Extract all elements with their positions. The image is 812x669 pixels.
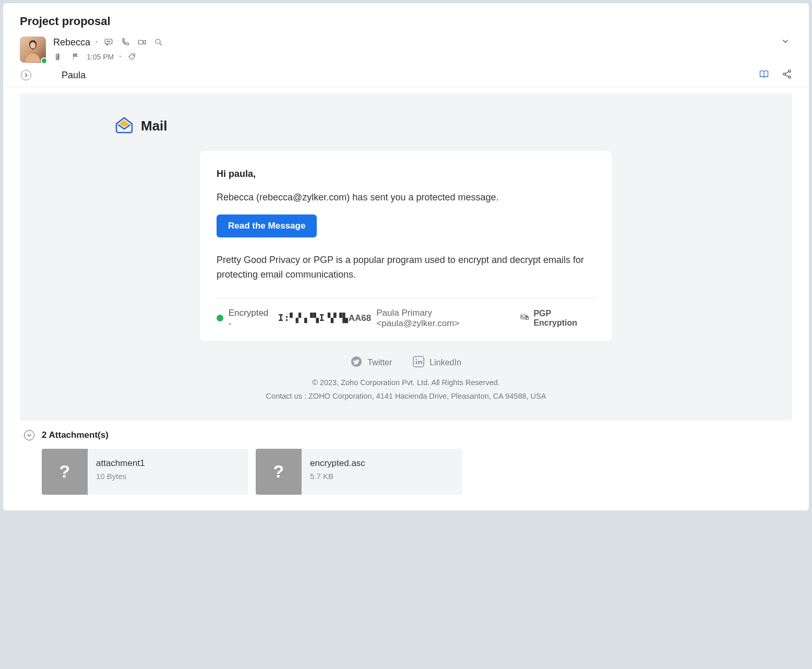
twitter-label: Twitter	[367, 358, 392, 367]
protected-message-card: Hi paula, Rebecca (rebecca@zylker.com) h…	[200, 151, 612, 341]
svg-point-6	[133, 55, 134, 56]
attachment-size: 10 Bytes	[96, 472, 145, 481]
sender-name[interactable]: Rebecca	[53, 37, 90, 48]
collapse-button[interactable]	[781, 37, 790, 48]
svg-point-1	[107, 41, 108, 42]
linkedin-icon	[413, 356, 424, 369]
twitter-link[interactable]: Twitter	[351, 356, 392, 369]
attachment-size: 5.7 KB	[310, 472, 365, 481]
attachment-name: encrypted.asc	[310, 458, 365, 469]
greeting: Hi paula,	[217, 169, 595, 180]
message-body-panel: Mail Hi paula, Rebecca (rebecca@zylker.c…	[20, 93, 792, 421]
sender-meta: Rebecca •	[3, 33, 809, 65]
phone-icon[interactable]	[120, 37, 131, 48]
attachment-icon[interactable]	[53, 51, 65, 63]
svg-rect-15	[416, 361, 417, 364]
avatar-wrap	[20, 37, 46, 63]
svg-point-3	[110, 41, 110, 42]
footer-text: © 2023, Zoho Corporation Pvt. Ltd. All R…	[20, 376, 792, 403]
divider	[217, 298, 595, 298]
subject-row: Project proposal	[3, 15, 809, 33]
footer-social: Twitter LinkedIn	[20, 356, 792, 369]
chat-icon[interactable]	[103, 37, 114, 48]
encrypted-key-obscured: I:▘▞▗▝▚I▝▞▝▙AA68	[278, 313, 371, 324]
presence-indicator	[41, 57, 47, 64]
svg-rect-10	[521, 315, 527, 319]
recipient-name[interactable]: Paula	[62, 70, 86, 81]
contact-address: Contact us : ZOHO Corporation, 4141 Haci…	[20, 389, 792, 403]
timestamp: 1:05 PM	[87, 53, 114, 61]
encryption-status-dot	[217, 315, 223, 321]
svg-point-14	[416, 359, 417, 360]
twitter-icon	[351, 356, 362, 369]
recipient-row: Paula	[3, 65, 809, 87]
svg-point-5	[156, 39, 160, 44]
attachments-header[interactable]: 2 Attachment(s)	[24, 430, 792, 440]
sent-line: Rebecca (rebecca@zylker.com) has sent yo…	[217, 192, 595, 203]
svg-point-2	[109, 41, 109, 42]
mail-brand-row: Mail	[20, 114, 792, 151]
chevron-down-icon	[24, 430, 34, 440]
email-view: Project proposal Rebecca •	[3, 3, 809, 510]
attachment-unknown-icon: ?	[256, 449, 302, 495]
mail-logo-icon	[114, 114, 135, 137]
flag-icon[interactable]	[70, 51, 81, 63]
pgp-description: Pretty Good Privacy or PGP is a popular …	[217, 253, 595, 282]
copyright: © 2023, Zoho Corporation Pvt. Ltd. All R…	[20, 376, 792, 389]
pgp-badge-label: PGP Encryption	[533, 309, 595, 328]
tag-icon[interactable]	[126, 51, 138, 63]
book-icon[interactable]	[759, 69, 769, 81]
encrypted-label: Encrypted -	[229, 308, 273, 329]
attachment-item[interactable]: ? encrypted.asc 5.7 KB	[256, 449, 462, 495]
separator-dot: •	[95, 39, 98, 46]
encryption-row: Encrypted - I:▘▞▗▝▚I▝▞▝▙AA68 Paula Prima…	[217, 308, 595, 329]
linkedin-link[interactable]: LinkedIn	[413, 356, 461, 369]
search-icon[interactable]	[153, 37, 164, 48]
video-icon[interactable]	[136, 37, 148, 48]
mail-brand-label: Mail	[141, 118, 168, 134]
envelope-lock-icon	[520, 313, 529, 324]
share-icon[interactable]	[782, 69, 792, 81]
attachments-count: 2 Attachment(s)	[42, 430, 109, 440]
read-message-button[interactable]: Read the Message	[217, 214, 317, 237]
subject: Project proposal	[20, 15, 792, 28]
attachment-name: attachment1	[96, 458, 145, 469]
svg-rect-4	[139, 40, 144, 44]
attachments-section: 2 Attachment(s) ? attachment1 10 Bytes ?…	[3, 421, 809, 495]
separator-dot: •	[119, 53, 121, 61]
pgp-badge: PGP Encryption	[520, 309, 595, 328]
attachment-unknown-icon: ?	[42, 449, 88, 495]
encryption-identity: Paula Primary <paula@zylker.com>	[376, 308, 515, 329]
expand-recipients-button[interactable]	[21, 70, 31, 80]
linkedin-label: LinkedIn	[429, 358, 461, 367]
attachment-item[interactable]: ? attachment1 10 Bytes	[42, 449, 248, 495]
attachments-grid: ? attachment1 10 Bytes ? encrypted.asc 5…	[24, 449, 792, 495]
